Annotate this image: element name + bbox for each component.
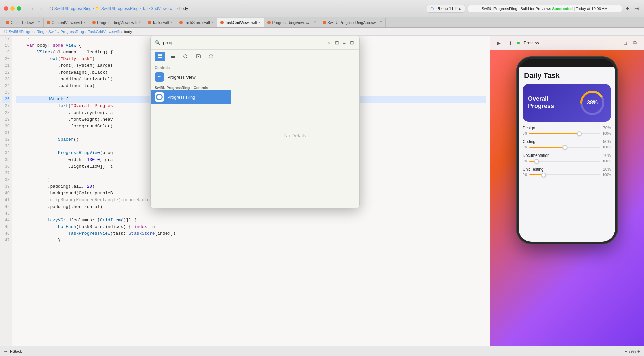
svg-rect-3 (160, 57, 162, 58)
path-sep3: › (121, 30, 123, 34)
preview-pause-button[interactable]: ⏸ (505, 39, 514, 47)
breadcrumb-project[interactable]: SwiftUIProgressRing (54, 6, 92, 11)
tab-icon (220, 21, 224, 24)
list-layout-button[interactable]: ≡ (342, 39, 347, 46)
tab-task[interactable]: Task.swift × (144, 18, 176, 27)
library-content: Controls Progress View SwiftUIProgressRi… (151, 63, 359, 208)
iphone-frame: Daily Task Overall Progress (517, 57, 617, 244)
tab-app[interactable]: SwiftUIProgressRingApp.swift × (319, 18, 386, 27)
breadcrumb-file[interactable]: TaskGridView.swift (142, 6, 176, 11)
ln-41: 41 (2, 197, 10, 204)
task-documentation: Documentation 10% 0% 100% (523, 153, 611, 163)
tab-close-icon[interactable]: × (259, 20, 261, 24)
lib-tab-layout[interactable] (167, 52, 178, 61)
code-line-46: TaskProgressView(task: $taskStore[index]… (16, 230, 486, 237)
ln-23: 23 (2, 76, 10, 83)
zoom-in-button[interactable]: + (637, 349, 640, 354)
path-project[interactable]: SwiftUIProgressRing (9, 30, 44, 34)
tab-content-view[interactable]: ContentView.swift × (44, 18, 89, 27)
tab-progress-ring-view-1[interactable]: ProgressRingView.swift × (89, 18, 144, 27)
preview-play-button[interactable]: ▶ (495, 39, 503, 47)
breadcrumb-folder[interactable]: SwiftUIProgressRing (101, 6, 139, 11)
tab-close-icon[interactable]: × (314, 20, 316, 24)
preview-device-button[interactable]: □ (622, 39, 629, 47)
grid-layout-button[interactable]: ⊞ (334, 39, 340, 46)
svg-rect-5 (171, 56, 175, 57)
device-selector[interactable]: ⬡ iPhone 11 Pro (427, 5, 465, 13)
tab-icon (47, 21, 50, 24)
close-button[interactable] (4, 6, 8, 11)
iphone-frame-wrap: Daily Task Overall Progress (490, 50, 644, 346)
svg-rect-1 (160, 54, 162, 56)
tab-bar: Color+Ext.swift × ContentView.swift × Pr… (0, 17, 644, 28)
search-clear-button[interactable]: ✕ (327, 40, 331, 45)
ln-45: 45 (2, 224, 10, 230)
ln-25: 25 (2, 89, 10, 96)
task-doc-track (529, 161, 600, 162)
path-file[interactable]: TaskGridView.swift (88, 30, 120, 34)
nav-back-button[interactable]: ‹ (30, 5, 35, 12)
tab-task-grid-view[interactable]: TaskGridView.swift × (217, 18, 264, 27)
task-test-track (529, 174, 600, 175)
ln-34: 34 (2, 150, 10, 157)
svg-rect-2 (158, 57, 160, 58)
tab-close-icon[interactable]: × (83, 20, 85, 24)
ln-30: 30 (2, 123, 10, 130)
maximize-button[interactable] (17, 6, 21, 11)
tab-close-icon[interactable]: × (139, 20, 141, 24)
task-coding-thumb[interactable] (562, 145, 567, 150)
task-test-min: 0% (523, 173, 527, 177)
ln-17: 17 (2, 36, 10, 42)
tab-close-icon[interactable]: × (380, 20, 382, 24)
path-folder[interactable]: SwiftUIProgressRing (48, 30, 84, 34)
ln-43: 43 (2, 210, 10, 217)
device-name: iPhone 11 Pro (436, 6, 461, 11)
ln-26: 26 (2, 96, 10, 103)
preview-toolbar: ▶ ⏸ Preview □ ⧉ (490, 36, 644, 50)
library-search-input[interactable] (163, 40, 324, 45)
task-doc-thumb[interactable] (534, 159, 539, 164)
tab-label: TaskStore.swift (184, 20, 210, 25)
lib-item-progress-view[interactable]: Progress View (151, 70, 231, 84)
tab-close-icon[interactable]: × (170, 20, 172, 24)
tab-icon (323, 21, 326, 24)
task-coding-name: Coding (523, 139, 535, 144)
preview-pin-button[interactable]: ⧉ (631, 39, 639, 47)
tab-label: ProgressRingView.swift (272, 20, 312, 25)
lib-tab-color[interactable] (206, 52, 216, 61)
lib-item-progress-ring[interactable]: Progress Ring (151, 90, 231, 104)
build-action: Build for Previews (520, 7, 551, 11)
task-coding-pct: 50% (603, 139, 611, 144)
add-button[interactable]: + (625, 4, 630, 13)
path-sep2: › (85, 30, 87, 34)
breadcrumb-sep3: › (177, 7, 178, 10)
iphone-screen: Daily Task Overall Progress (519, 67, 615, 242)
code-editor[interactable]: 17 18 19 20 21 22 23 24 25 26 27 28 29 3… (0, 36, 490, 346)
status-icon: ⇥ (4, 349, 7, 354)
code-line-47: } (16, 237, 486, 244)
no-details-text: No Details (284, 133, 306, 138)
tab-close-icon[interactable]: × (38, 20, 40, 24)
progress-card-text: Overall Progress (528, 95, 554, 110)
task-unit-testing: Unit Testing 20% 0% 100% (523, 167, 611, 177)
ln-36: 36 (2, 163, 10, 170)
task-test-thumb[interactable] (541, 173, 546, 177)
lib-tab-filter[interactable] (180, 52, 191, 61)
task-design-thumb[interactable] (577, 131, 582, 136)
lib-tab-media[interactable] (193, 52, 204, 61)
lib-tab-controls[interactable] (155, 52, 165, 61)
title-actions: + ⇥ (625, 4, 640, 13)
minimize-button[interactable] (10, 6, 15, 11)
detail-layout-button[interactable]: ⊟ (348, 39, 355, 46)
task-design-max: 100% (602, 132, 611, 135)
ln-24: 24 (2, 83, 10, 89)
tab-color-ext[interactable]: Color+Ext.swift × (3, 18, 44, 27)
zoom-out-button[interactable]: − (625, 349, 627, 354)
split-button[interactable]: ⇥ (633, 4, 640, 13)
tab-close-icon[interactable]: × (211, 20, 213, 24)
ln-18: 18 (2, 42, 10, 49)
tab-progress-ring-view-2[interactable]: ProgressRingView.swift × (264, 18, 319, 27)
tab-task-store[interactable]: TaskStore.swift × (176, 18, 217, 27)
nav-forward-button[interactable]: › (38, 5, 44, 12)
zoom-level: 79% (629, 349, 636, 353)
